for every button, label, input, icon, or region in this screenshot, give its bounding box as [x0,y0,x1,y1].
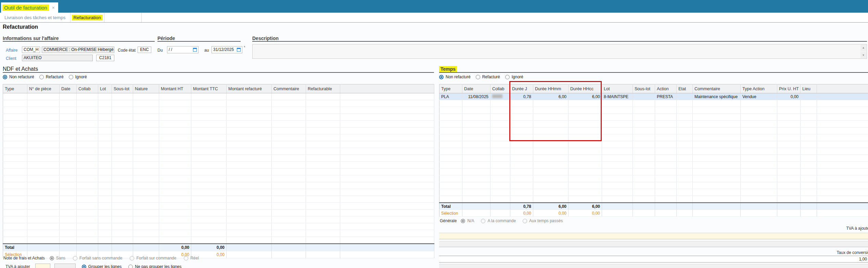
table-row-empty [3,148,434,155]
table-header-row: Type N° de pièce Date Collab Lot Sous-lo… [3,84,434,93]
col-sous-lot[interactable]: Sous-lot [633,84,655,93]
total-montant-ht: 0,00 [159,244,191,251]
col-etat[interactable]: Etat [677,84,693,93]
col-duree-j[interactable]: Durée J [510,84,533,93]
au-date-field[interactable]: 31/12/2025 [212,46,242,53]
table-row-empty [3,203,434,210]
col-nature[interactable]: Nature [133,84,159,93]
affaire-code-field[interactable]: COM_H [22,46,40,53]
radio-option-a-la-commande[interactable]: A la commande [481,218,516,223]
du-date-field[interactable]: / / [167,46,199,53]
radio-label: Grouper les lignes [88,264,122,268]
col-commentaire[interactable]: Commentaire [272,84,306,93]
radio-selected-disabled[interactable] [461,219,465,223]
col-duree-hhcc[interactable]: Durée HHcc [569,84,602,93]
col-duree-hhmm[interactable]: Durée HHmm [533,84,569,93]
tva-input[interactable] [35,264,50,268]
tva-secondary-field[interactable] [54,264,76,268]
radio-option-aux-temps-passes[interactable]: Aux temps passés [523,218,563,223]
radio-option-forfait-sans-commande[interactable]: Forfait sans commande [73,256,122,260]
radio-option-reel[interactable]: Réel [184,256,199,260]
app-tab-outil-de-facturation[interactable]: Outil de facturation [1,2,58,13]
col-type[interactable]: Type [439,84,462,93]
secondary-field-band[interactable] [439,241,868,247]
cell-etat [677,93,693,100]
description-textarea[interactable] [252,44,867,59]
tab-strip-spacer [104,13,142,22]
col-collab[interactable]: Collab [77,84,98,93]
col-montant-ht[interactable]: Montant HT [159,84,191,93]
col-spacer [340,84,434,93]
affaire-name-field[interactable]: COMMERCE : On-PREMISE Hébergé [42,46,114,53]
ndf-filter-radios: Non refacturé Refacturé Ignoré [3,75,92,79]
total-label: Total [439,203,462,210]
col-type-action[interactable]: Type Action [741,84,777,93]
client-name-field[interactable]: AKUITEO [22,55,93,61]
col-date[interactable]: Date [462,84,490,93]
col-sous-lot[interactable]: Sous-lot [112,84,133,93]
radio-selected-disabled[interactable] [50,256,54,260]
table-row-empty [3,216,434,223]
radio-option-na[interactable]: N/A [461,218,474,223]
total-duree-hhmm: 6,00 [533,203,569,210]
col-prix-u-ht[interactable]: Prix U. HT [777,84,801,93]
radio-non-refacture[interactable] [439,75,444,79]
col-lot[interactable]: Lot [98,84,112,93]
radio-unselected-disabled[interactable] [184,256,188,260]
col-refacturable[interactable]: Refacturable [306,84,340,93]
radio-ignore[interactable] [69,75,73,79]
close-icon[interactable] [52,5,55,10]
table-row-empty [3,230,434,237]
radio-unselected-disabled[interactable] [481,219,485,223]
au-date-value: 31/12/2025 [213,47,234,53]
radio-unselected-disabled[interactable] [523,219,527,223]
radio-unselected-disabled[interactable] [73,256,77,260]
col-action[interactable]: Action [655,84,677,93]
col-montant-refacture[interactable]: Montant refacturé [227,84,272,93]
tab-livraison-des-taches-et-temps[interactable]: Livraison des tâches et temps [0,13,71,22]
code-etat-field[interactable]: ENC [138,46,151,53]
tab-refacturation[interactable]: Refacturation [71,13,104,22]
section-title: Description [252,36,279,41]
radio-non-refacture[interactable] [3,75,7,79]
table-row-empty [439,169,868,175]
radio-unselected-disabled[interactable] [130,256,134,260]
table-row-empty [439,128,868,134]
col-lieu[interactable]: Lieu [801,84,817,93]
radio-refacture[interactable] [39,75,44,79]
col-commentaire[interactable]: Commentaire [693,84,741,93]
radio-option-grouper-les-lignes[interactable]: Grouper les lignes [82,264,122,268]
radio-option-forfait-sur-commande[interactable]: Forfait sur commande [130,256,176,260]
radio-selected[interactable] [82,265,86,268]
table-row-empty [439,141,868,148]
table-row-empty [3,155,434,162]
description-scrollbar[interactable] [860,45,866,58]
table-row-empty [439,100,868,107]
radio-option-ne-pas-grouper[interactable]: Ne pas grouper les lignes [128,264,181,268]
taux-de-conversion-field[interactable]: 1,00 [439,256,868,263]
col-collab[interactable]: Collab [490,84,510,93]
radio-unselected[interactable] [128,265,133,268]
scroll-down-icon[interactable] [860,52,866,58]
client-code-field[interactable]: C2181 [96,55,114,61]
col-montant-ttc[interactable]: Montant TTC [191,84,227,93]
temps-data-row[interactable]: PLA 11/08/2025 0,78 6,00 6,00 8-MAINTSPE… [439,93,868,100]
tva-input-band[interactable] [439,233,868,239]
col-date[interactable]: Date [60,84,77,93]
radio-ignore[interactable] [505,75,510,79]
section-ndf-et-achats: NDF et Achats [3,66,434,73]
affaire-label: Affaire [6,48,17,53]
bottom-field-band[interactable] [439,264,868,268]
calendar-icon[interactable] [193,48,197,52]
radio-option-sans[interactable]: Sans [50,256,65,260]
col-no-de-piece[interactable]: N° de pièce [27,84,60,93]
selection-duree-j: 0,00 [510,210,533,217]
calendar-icon[interactable] [237,48,241,52]
section-title-highlighted: Temps [439,66,457,72]
col-type[interactable]: Type [3,84,27,93]
scroll-up-icon[interactable] [860,45,866,51]
col-lot[interactable]: Lot [602,84,633,93]
table-row-empty [3,141,434,148]
radio-refacture[interactable] [476,75,480,79]
table-row-empty [439,121,868,128]
